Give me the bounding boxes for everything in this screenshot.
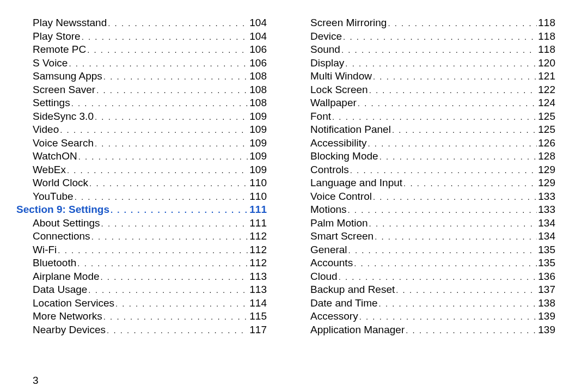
toc-entry[interactable]: Motions133 [294, 203, 555, 217]
toc-entry-label: Screen Mirroring [294, 16, 387, 29]
toc-entry-page: 108 [249, 83, 267, 96]
toc-entry-page: 114 [249, 297, 267, 310]
toc-entry-label: Controls [294, 163, 349, 176]
toc-entry[interactable]: Blocking Mode128 [294, 150, 555, 163]
toc-entry[interactable]: Airplane Mode113 [16, 270, 267, 284]
toc-entry-page: 109 [249, 110, 267, 123]
toc-entry[interactable]: More Networks115 [16, 310, 267, 323]
toc-entry[interactable]: Sound118 [294, 43, 555, 57]
toc-leader-dots [339, 271, 537, 284]
toc-entry-page: 110 [249, 190, 267, 203]
toc-entry[interactable]: Settings108 [16, 96, 267, 110]
toc-entry-label: Application Manager [294, 323, 405, 336]
toc-entry[interactable]: Wi-Fi112 [16, 243, 267, 257]
toc-entry[interactable]: Nearby Devices117 [16, 323, 267, 337]
toc-entry-page: 106 [249, 57, 267, 70]
toc-entry[interactable]: Language and Input129 [294, 176, 555, 190]
toc-entry[interactable]: S Voice106 [16, 57, 267, 70]
toc-leader-dots [71, 97, 249, 110]
toc-entry[interactable]: Location Services114 [16, 297, 267, 310]
toc-entry-label: Section 9: Settings [16, 203, 109, 216]
toc-column-right: Screen Mirroring118Device118Sound118Disp… [294, 16, 555, 365]
toc-entry[interactable]: Display120 [294, 57, 555, 70]
toc-leader-dots [58, 244, 248, 257]
toc-entry[interactable]: Data Usage113 [16, 283, 267, 297]
toc-entry[interactable]: About Settings111 [16, 217, 267, 230]
toc-entry-page: 110 [249, 176, 267, 189]
toc-leader-dots [78, 150, 249, 163]
toc-entry-label: Cloud [294, 270, 338, 283]
toc-entry[interactable]: Accessory139 [294, 310, 555, 323]
toc-entry[interactable]: Samsung Apps108 [16, 70, 267, 83]
toc-entry[interactable]: General135 [294, 243, 555, 257]
toc-entry-page: 104 [249, 30, 267, 43]
page-number: 3 [33, 375, 572, 387]
toc-entry-label: Remote PC [16, 43, 86, 56]
toc-entry[interactable]: YouTube110 [16, 190, 267, 204]
toc-entry-page: 121 [538, 70, 555, 83]
toc-entry[interactable]: Bluetooth112 [16, 256, 267, 270]
toc-leader-dots [369, 217, 537, 230]
toc-entry[interactable]: Notification Panel125 [294, 123, 555, 137]
toc-entry-page: 133 [538, 190, 555, 203]
toc-entry-label: World Clock [16, 176, 88, 189]
toc-section-heading[interactable]: Section 9: Settings111 [16, 203, 267, 217]
toc-entry[interactable]: Play Store104 [16, 30, 267, 44]
toc-entry[interactable]: Wallpaper124 [294, 96, 555, 110]
toc-leader-dots [388, 17, 537, 30]
toc-entry[interactable]: Date and Time138 [294, 297, 555, 310]
toc-entry-label: YouTube [16, 190, 74, 203]
toc-leader-dots [373, 70, 537, 83]
toc-entry-label: Play Store [16, 30, 81, 43]
toc-entry-page: 112 [249, 256, 267, 270]
toc-entry-page: 133 [538, 203, 555, 216]
toc-entry-page: 139 [538, 310, 555, 323]
toc-entry[interactable]: Play Newsstand104 [16, 16, 267, 30]
toc-entry-page: 111 [249, 217, 267, 230]
toc-entry[interactable]: World Clock110 [16, 176, 267, 190]
toc-entry[interactable]: Palm Motion134 [294, 217, 555, 230]
toc-entry-page: 128 [538, 150, 555, 163]
toc-leader-dots [67, 164, 248, 177]
toc-entry-page: 120 [538, 57, 555, 70]
toc-entry[interactable]: Voice Control133 [294, 190, 555, 204]
toc-entry-page: 134 [538, 230, 555, 243]
toc-entry[interactable]: Remote PC106 [16, 43, 267, 57]
toc-entry[interactable]: Voice Search109 [16, 137, 267, 150]
toc-entry-page: 125 [538, 110, 555, 123]
toc-entry[interactable]: SideSync 3.0109 [16, 110, 267, 124]
toc-entry[interactable]: WebEx109 [16, 163, 267, 177]
toc-entry[interactable]: Lock Screen122 [294, 83, 555, 97]
toc-entry[interactable]: Backup and Reset137 [294, 283, 555, 297]
toc-entry-page: 112 [249, 243, 267, 256]
toc-entry[interactable]: WatchON109 [16, 150, 267, 163]
toc-entry[interactable]: Cloud136 [294, 270, 555, 284]
toc-leader-dots [392, 124, 537, 137]
toc-entry[interactable]: Application Manager139 [294, 323, 555, 337]
toc-entry[interactable]: Accessibility126 [294, 137, 555, 150]
toc-entry[interactable]: Screen Saver108 [16, 83, 267, 97]
toc-entry[interactable]: Device118 [294, 30, 555, 44]
toc-entry-page: 122 [538, 83, 555, 96]
toc-entry[interactable]: Screen Mirroring118 [294, 16, 555, 30]
toc-entry-label: Location Services [16, 297, 114, 310]
toc-entry[interactable]: Font125 [294, 110, 555, 124]
toc-entry-page: 106 [249, 43, 267, 56]
toc-leader-dots [332, 111, 537, 124]
toc-entry[interactable]: Connections112 [16, 230, 267, 243]
toc-entry-label: Accessibility [294, 137, 366, 150]
toc-entry[interactable]: Multi Window121 [294, 70, 555, 83]
toc-leader-dots [403, 177, 537, 190]
toc-entry-page: 109 [249, 123, 267, 136]
toc-leader-dots [345, 57, 537, 70]
toc-entry-label: Notification Panel [294, 123, 391, 136]
toc-entry-page: 118 [538, 16, 555, 29]
toc-entry[interactable]: Video109 [16, 123, 267, 137]
toc-entry-label: Accounts [294, 256, 353, 270]
toc-entry[interactable]: Smart Screen134 [294, 230, 555, 243]
toc-entry[interactable]: Accounts135 [294, 256, 555, 270]
toc-entry-label: Device [294, 30, 342, 43]
toc-entry[interactable]: Controls129 [294, 163, 555, 177]
toc-entry-page: 108 [249, 96, 267, 109]
toc-entry-page: 136 [538, 270, 555, 283]
